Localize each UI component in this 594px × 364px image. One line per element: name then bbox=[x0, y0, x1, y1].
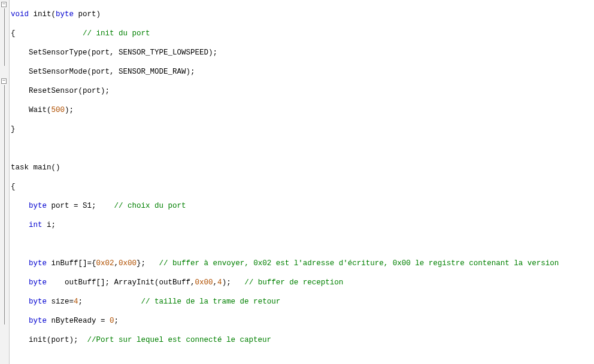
code-line: int i; bbox=[11, 220, 594, 230]
code-line: byte port = S1; // choix du port bbox=[11, 201, 594, 211]
code-line: Wait(500); bbox=[11, 105, 594, 115]
code-line: { // init du port bbox=[11, 29, 594, 38]
code-line: } bbox=[11, 125, 594, 134]
gutter bbox=[0, 0, 10, 364]
code-area: void init(byte port) { // init du port S… bbox=[10, 0, 594, 364]
code-line bbox=[11, 239, 594, 249]
code-line: task main() bbox=[11, 163, 594, 172]
code-line: byte size=4; // taille de la trame de re… bbox=[11, 297, 594, 307]
fold-line-main bbox=[4, 85, 5, 324]
code-line: void init(byte port) bbox=[11, 10, 594, 19]
fold-box-main[interactable] bbox=[1, 78, 7, 84]
code-line bbox=[11, 144, 594, 153]
code-line bbox=[11, 354, 594, 364]
code-line: byte inBuff[]={0x02,0x00}; // buffer à e… bbox=[11, 259, 594, 268]
code-line: byte nByteReady = 0; bbox=[11, 316, 594, 326]
code-line: init(port); //Port sur lequel est connec… bbox=[11, 335, 594, 345]
code-line: SetSensorMode(port, SENSOR_MODE_RAW); bbox=[11, 67, 594, 77]
code-line: { bbox=[11, 182, 594, 192]
code-editor: void init(byte port) { // init du port S… bbox=[0, 0, 594, 364]
code-line: byte outBuff[]; ArrayInit(outBuff,0x00,4… bbox=[11, 278, 594, 287]
code-line: ResetSensor(port); bbox=[11, 86, 594, 96]
code-line: SetSensorType(port, SENSOR_TYPE_LOWSPEED… bbox=[11, 48, 594, 57]
fold-line-init bbox=[4, 8, 5, 66]
fold-box-init[interactable] bbox=[1, 2, 7, 7]
